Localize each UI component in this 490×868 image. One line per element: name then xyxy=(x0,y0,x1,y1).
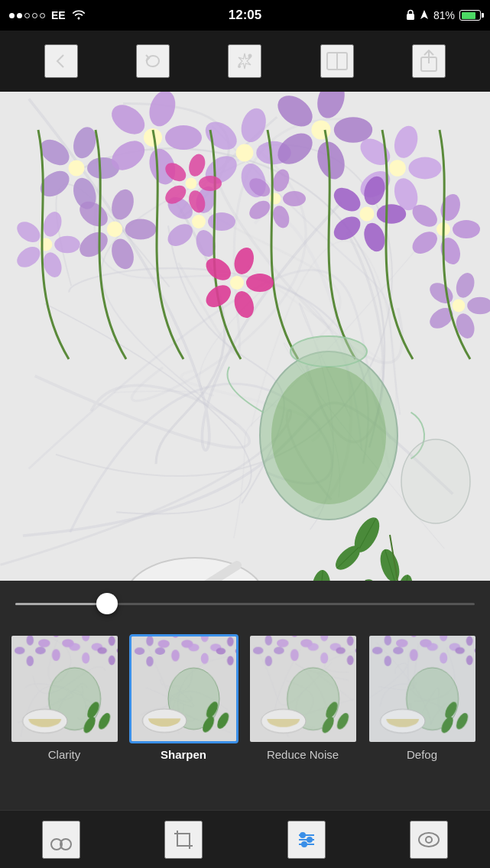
status-left: EE xyxy=(9,9,86,22)
signal-dots xyxy=(9,13,45,18)
main-image xyxy=(0,92,490,581)
slider-track[interactable] xyxy=(15,603,475,605)
thumb-canvas-reduce-noise xyxy=(250,636,356,742)
back-button[interactable] xyxy=(44,44,78,78)
tool-label-clarity: Clarity xyxy=(48,748,81,761)
tool-label-defog: Defog xyxy=(407,748,437,761)
tool-defog[interactable]: Defog xyxy=(365,634,479,761)
dot-1 xyxy=(9,13,15,18)
nav-crop-button[interactable] xyxy=(164,821,203,859)
top-toolbar xyxy=(0,31,490,92)
undo-button[interactable] xyxy=(136,44,170,78)
lock-icon xyxy=(406,9,415,22)
dot-3 xyxy=(24,13,30,18)
tools-row: Clarity Sharpen Reduce Noise Defog xyxy=(0,627,490,779)
thumb-canvas-defog xyxy=(369,636,475,742)
svg-point-12 xyxy=(307,837,312,842)
nav-eye-button[interactable] xyxy=(410,821,448,859)
svg-point-11 xyxy=(300,833,305,837)
svg-point-1 xyxy=(249,55,251,57)
auto-enhance-button[interactable] xyxy=(228,44,261,78)
svg-point-15 xyxy=(426,837,432,843)
dot-5 xyxy=(40,13,45,18)
battery-percent: 81% xyxy=(433,9,455,21)
thumb-canvas-sharpen xyxy=(131,636,236,741)
tool-sharpen[interactable]: Sharpen xyxy=(127,634,240,761)
status-time: 12:05 xyxy=(229,8,261,23)
slider-thumb[interactable] xyxy=(96,593,118,614)
thumb-canvas-clarity xyxy=(11,636,118,742)
slider-row xyxy=(0,581,490,627)
bottom-nav xyxy=(0,810,490,868)
tool-label-reduce-noise: Reduce Noise xyxy=(267,748,339,761)
tool-thumbnail-reduce-noise xyxy=(248,634,358,743)
tool-thumbnail-defog xyxy=(368,634,477,743)
svg-rect-0 xyxy=(407,14,414,20)
tool-thumbnail-sharpen xyxy=(129,634,239,743)
dot-4 xyxy=(32,13,37,18)
carrier-label: EE xyxy=(51,9,66,21)
wifi-icon xyxy=(72,9,86,22)
tool-reduce-noise[interactable]: Reduce Noise xyxy=(246,634,359,761)
tool-label-sharpen: Sharpen xyxy=(161,748,206,761)
svg-point-13 xyxy=(302,842,307,847)
dot-2 xyxy=(17,13,22,18)
battery-icon xyxy=(459,10,481,21)
status-bar: EE 12:05 81% xyxy=(0,0,490,31)
battery-fill xyxy=(462,12,476,19)
tool-clarity[interactable]: Clarity xyxy=(8,634,121,761)
svg-point-14 xyxy=(419,833,439,847)
compare-button[interactable] xyxy=(320,44,354,78)
location-icon xyxy=(420,9,429,22)
nav-adjust-button[interactable] xyxy=(42,821,80,859)
nav-tune-button[interactable] xyxy=(287,821,326,859)
svg-point-2 xyxy=(239,66,240,67)
tool-thumbnail-clarity xyxy=(10,634,119,743)
share-button[interactable] xyxy=(412,44,446,78)
bottom-panel: Clarity Sharpen Reduce Noise Defog xyxy=(0,581,490,868)
photo-canvas xyxy=(0,92,490,581)
slider-fill xyxy=(15,603,107,605)
status-right: 81% xyxy=(406,9,481,22)
